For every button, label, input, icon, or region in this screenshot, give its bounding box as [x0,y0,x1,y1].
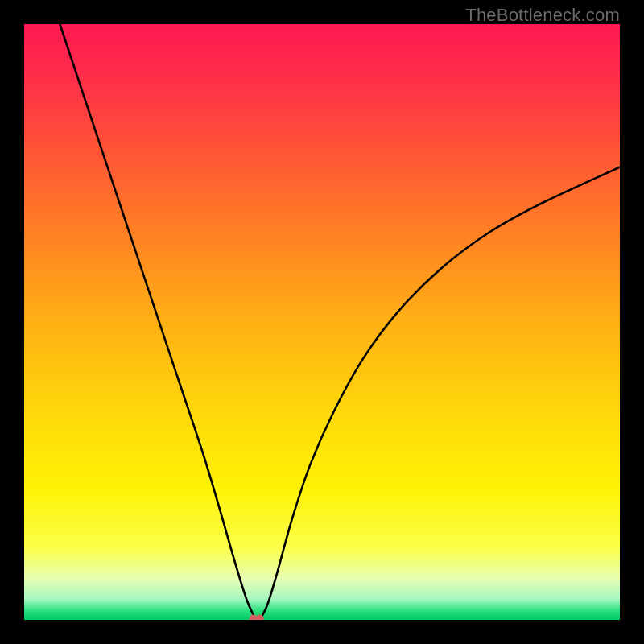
gradient-background [24,24,620,620]
attribution-text: TheBottleneck.com [465,5,620,26]
bottleneck-chart [24,24,620,620]
chart-frame [24,24,620,620]
